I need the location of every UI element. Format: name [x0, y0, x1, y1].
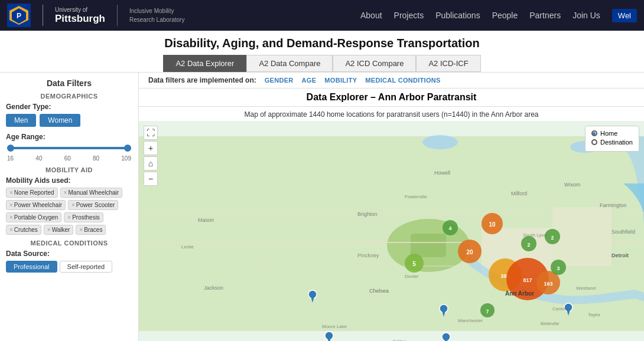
svg-text:Milford: Milford — [511, 191, 527, 196]
tab-a2-icd-compare[interactable]: A2 ICD Compare — [333, 55, 416, 72]
svg-point-5 — [422, 135, 458, 149]
nav-about[interactable]: About — [360, 11, 382, 20]
slider-thumb-right[interactable] — [124, 145, 131, 152]
slider-thumb-left[interactable] — [7, 145, 14, 152]
age-tick-109: 109 — [121, 155, 131, 162]
zoom-out-button[interactable]: − — [144, 172, 158, 186]
legend-home-item[interactable]: Home — [591, 130, 633, 137]
age-tick-80: 80 — [93, 155, 99, 162]
map-container[interactable]: 4 5 10 20 2 2 — [139, 121, 644, 341]
sidebar-title: Data Filters — [6, 78, 132, 88]
map-pin-3 — [325, 332, 333, 341]
tag-portable-oxygen[interactable]: ×Portable Oxygen — [6, 212, 61, 222]
nav-publications[interactable]: Publications — [435, 11, 480, 20]
remove-power-wheelchair[interactable]: × — [9, 202, 13, 208]
tab-a2-data-explorer[interactable]: A2 Data Explorer — [163, 55, 246, 72]
age-slider[interactable]: 16 40 60 80 109 — [6, 147, 132, 162]
logo-text: University of Pittsburgh — [55, 6, 105, 25]
nav-partners[interactable]: Partners — [529, 11, 561, 20]
mobility-aids-label: Mobility Aids used: — [6, 176, 132, 185]
legend-home-radio[interactable] — [591, 130, 597, 136]
remove-crutches[interactable]: × — [9, 227, 13, 233]
nav-projects[interactable]: Projects — [394, 11, 424, 20]
nav-people[interactable]: People — [492, 11, 518, 20]
nav-join-us[interactable]: Join Us — [573, 11, 600, 20]
page-title-area: Disability, Aging, and Demand-Response T… — [0, 31, 644, 73]
gender-btn-group: Men Women — [6, 114, 132, 127]
tab-a2-data-compare[interactable]: A2 Data Compare — [246, 55, 333, 72]
sidebar: Data Filters DEMOGRAPHICS Gender Type: M… — [0, 73, 139, 341]
tag-walker[interactable]: ×Walker — [44, 225, 74, 235]
svg-text:20: 20 — [466, 249, 473, 255]
svg-text:South Lyon: South Lyon — [523, 232, 547, 238]
svg-text:817: 817 — [523, 277, 532, 283]
svg-text:5: 5 — [412, 261, 416, 267]
map-area: Map of approximate 1440 home locations f… — [139, 107, 644, 341]
tab-a2-icd-icf[interactable]: A2 ICD-ICF — [416, 55, 480, 72]
legend-destination-item[interactable]: Destination — [591, 139, 633, 146]
logo-lab: Inclusive MobilityResearch Laboratory — [129, 6, 184, 24]
remove-prosthesis[interactable]: × — [67, 214, 71, 221]
age-range-label: Age Range: — [6, 133, 132, 141]
svg-text:Brighton: Brighton — [357, 211, 378, 217]
svg-text:Chelsea: Chelsea — [369, 288, 389, 294]
professional-btn[interactable]: Professional — [6, 261, 57, 273]
svg-text:7: 7 — [486, 309, 489, 314]
svg-rect-17 — [552, 207, 612, 266]
svg-text:3: 3 — [557, 265, 560, 271]
navigation: About Projects Publications People Partn… — [360, 9, 637, 22]
remove-none-reported[interactable]: × — [9, 189, 13, 196]
svg-rect-8 — [411, 234, 446, 257]
tag-manual-wheelchair[interactable]: ×Manual Wheelchair — [60, 188, 122, 198]
svg-text:P: P — [17, 12, 21, 20]
remove-manual-wheelchair[interactable]: × — [64, 189, 67, 196]
map-svg: 4 5 10 20 2 2 — [139, 121, 644, 341]
tag-label: Braces — [84, 227, 102, 233]
tag-label: Manual Wheelchair — [69, 189, 119, 196]
home-button[interactable]: ⌂ — [144, 156, 158, 170]
tag-none-reported[interactable]: ×None Reported — [6, 188, 58, 198]
mobility-aids-tag-list: ×None Reported ×Manual Wheelchair ×Power… — [6, 188, 132, 235]
legend-home-label: Home — [600, 130, 617, 137]
remove-walker[interactable]: × — [47, 227, 51, 233]
fullscreen-button[interactable]: ⛶ — [144, 126, 158, 140]
tag-label: Power Scooter — [76, 202, 115, 208]
svg-text:10: 10 — [489, 221, 496, 228]
svg-text:Howell: Howell — [434, 170, 450, 176]
remove-braces[interactable]: × — [79, 227, 83, 233]
age-tick-16: 16 — [7, 155, 14, 162]
map-title: Map of approximate 1440 home locations f… — [139, 107, 644, 121]
zoom-in-button[interactable]: + — [144, 141, 158, 155]
data-source-label: Data Source: — [6, 250, 132, 258]
tag-label: None Reported — [14, 189, 54, 196]
legend-destination-radio[interactable] — [591, 139, 597, 145]
data-filters-bar: Data filters are implemented on: GENDER … — [139, 73, 644, 88]
main-layout: Data Filters DEMOGRAPHICS Gender Type: M… — [0, 73, 644, 341]
self-reported-btn[interactable]: Self-reported — [60, 261, 113, 273]
tag-label: Portable Oxygen — [14, 214, 58, 221]
medical-conditions-section-label: MEDICAL CONDITIONS — [6, 240, 132, 247]
data-filters-label: Data filters are implemented on: — [148, 76, 256, 84]
svg-text:Southfield: Southfield — [612, 229, 635, 235]
tag-power-wheelchair[interactable]: ×Power Wheelchair — [6, 200, 66, 210]
svg-text:Farmington: Farmington — [600, 202, 627, 208]
gender-type-label: Gender Type: — [6, 103, 132, 111]
age-tick-40: 40 — [35, 155, 42, 162]
svg-text:Pinckney: Pinckney — [357, 253, 379, 258]
tag-power-scooter[interactable]: ×Power Scooter — [68, 200, 118, 210]
legend-destination-label: Destination — [600, 139, 633, 146]
tag-prosthesis[interactable]: ×Prosthesis — [64, 212, 103, 222]
svg-text:Manchester: Manchester — [458, 318, 483, 323]
women-button[interactable]: Women — [40, 114, 80, 127]
remove-portable-oxygen[interactable]: × — [9, 214, 13, 221]
map-legend: Home Destination — [585, 126, 639, 152]
men-button[interactable]: Men — [6, 114, 36, 127]
content-area: Data filters are implemented on: GENDER … — [139, 73, 644, 341]
mobility-aid-section-label: MOBILITY AID — [6, 166, 132, 173]
tag-crutches[interactable]: ×Crutches — [6, 225, 41, 235]
remove-power-scooter[interactable]: × — [71, 202, 75, 208]
age-tick-60: 60 — [64, 155, 71, 162]
welcome-button[interactable]: Wel — [612, 9, 637, 22]
tag-braces[interactable]: ×Braces — [76, 225, 106, 235]
page-title: Disability, Aging, and Demand-Response T… — [0, 37, 644, 50]
